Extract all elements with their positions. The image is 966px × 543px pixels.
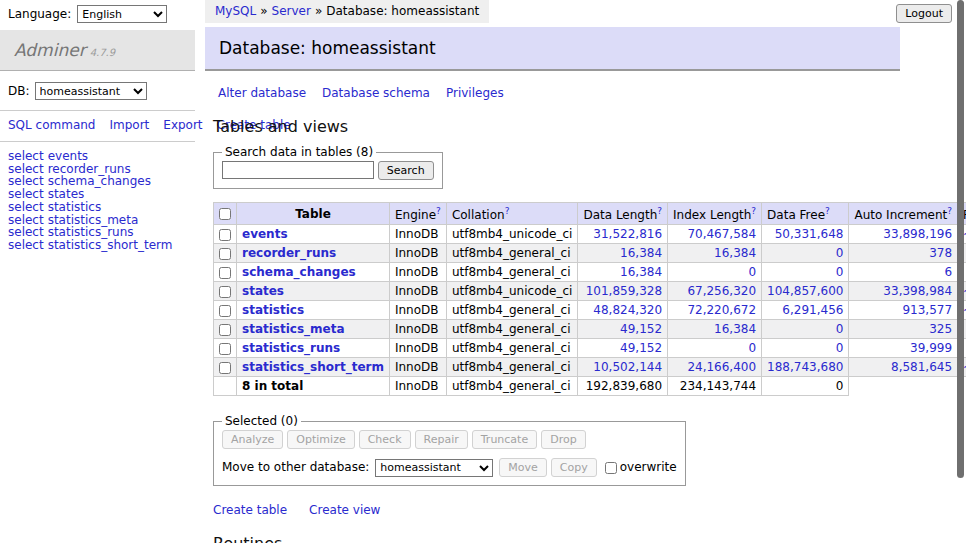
selected-action-button[interactable]: Check [359,430,411,449]
cell-index-length-link[interactable]: 70,467,584 [687,227,756,241]
cell-data-free-link[interactable]: 50,331,648 [775,227,844,241]
row-checkbox[interactable] [219,229,231,241]
cell-data-length-link[interactable]: 101,859,328 [586,284,662,298]
cell-table-name: statistics_meta [237,320,390,339]
selected-action-button[interactable]: Analyze [222,430,283,449]
cell-auto-increment-link[interactable]: 325 [929,322,952,336]
row-checkbox[interactable] [219,362,231,374]
sidebar-select-link[interactable]: select [8,238,44,252]
cell-data-length-link[interactable]: 10,502,144 [593,360,662,374]
cell-index-length-link[interactable]: 0 [748,341,756,355]
row-checkbox[interactable] [219,267,231,279]
db-select[interactable]: homeassistant [35,82,147,100]
cell-data-free-link[interactable]: 104,857,600 [767,284,843,298]
cell-data-length-link[interactable]: 16,384 [620,246,662,260]
table-name-link[interactable]: statistics_meta [242,322,345,336]
help-link[interactable]: ? [505,206,510,216]
cell-data-free-link[interactable]: 0 [836,322,844,336]
cell-data-length-link[interactable]: 49,152 [620,322,662,336]
cell-data-free: 6,291,456 [762,301,849,320]
total-data-length: 192,839,680 [578,377,668,396]
cell-index-length-link[interactable]: 67,256,320 [687,284,756,298]
cell-auto-increment-link[interactable]: 378 [929,246,952,260]
create-table-view-links: Create tableCreate view [213,503,960,517]
table-name-link[interactable]: recorder_runs [242,246,336,260]
table-name-link[interactable]: statistics_runs [242,341,340,355]
row-checkbox[interactable] [219,343,231,355]
cell-data-length-link[interactable]: 49,152 [620,341,662,355]
selected-action-button[interactable]: Optimize [287,430,354,449]
db-action-link[interactable]: Alter database [218,86,306,100]
selected-action-button[interactable]: Truncate [472,430,537,449]
table-name-link[interactable]: schema_changes [242,265,356,279]
help-link[interactable]: ? [825,206,830,216]
cell-index-length-link[interactable]: 72,220,672 [687,303,756,317]
sidebar-table-link[interactable]: statistics_short_term [48,238,173,252]
cell-auto-increment-link[interactable]: 39,999 [910,341,952,355]
cell-index-length-link[interactable]: 16,384 [714,246,756,260]
sidebar-table-link[interactable]: events [48,149,88,163]
cell-index-length-link[interactable]: 0 [748,265,756,279]
create-link[interactable]: Create table [213,503,287,517]
row-checkbox[interactable] [219,324,231,336]
db-action-link[interactable]: Database schema [322,86,430,100]
sidebar-action-link[interactable]: Import [109,118,149,132]
help-link[interactable]: ? [436,206,441,216]
cell-index-length-link[interactable]: 16,384 [714,322,756,336]
table-name-link[interactable]: statistics_short_term [242,360,384,374]
app-logo: Adminer4.7.9 [0,30,195,71]
table-name-link[interactable]: events [242,227,288,241]
help-link[interactable]: ? [657,206,662,216]
copy-button[interactable]: Copy [551,458,597,477]
move-db-select[interactable]: homeassistant [375,459,493,477]
cell-index-length-link[interactable]: 24,166,400 [687,360,756,374]
cell-data-length: 49,152 [578,320,668,339]
selected-action-button[interactable]: Drop [541,430,585,449]
cell-data-free-link[interactable]: 0 [836,265,844,279]
table-name-link[interactable]: statistics [242,303,304,317]
move-button[interactable]: Move [499,458,547,477]
overwrite-checkbox[interactable] [605,462,617,474]
table-links: selecteventsselectrecorder_runsselectsch… [0,142,195,260]
cell-data-length-link[interactable]: 16,384 [620,265,662,279]
cell-data-free-link[interactable]: 0 [836,246,844,260]
row-checkbox[interactable] [219,286,231,298]
create-link[interactable]: Create view [309,503,380,517]
cell-collation: utf8mb4_general_ci [446,244,578,263]
cell-data-free-link[interactable]: 0 [836,341,844,355]
row-checkbox[interactable] [219,248,231,260]
scrollbar-thumb[interactable] [957,0,964,478]
breadcrumb-server-link[interactable]: Server [272,4,311,18]
select-all-checkbox[interactable] [219,208,231,220]
cell-auto-increment-link[interactable]: 33,398,984 [883,284,952,298]
tables-table-head: TableEngine?Collation?Data Length?Index … [214,203,966,225]
sidebar-action-link[interactable]: SQL command [8,118,95,132]
cell-auto-increment-link[interactable]: 913,577 [902,303,952,317]
sidebar-table-link[interactable]: states [48,187,85,201]
help-link[interactable]: ? [751,206,756,216]
search-button[interactable]: Search [378,161,434,180]
routines-heading: Routines [213,534,960,543]
breadcrumb-server-type-link[interactable]: MySQL [215,4,256,18]
sidebar-table-link[interactable]: statistics [48,200,102,214]
cell-data-length-link[interactable]: 48,824,320 [593,303,662,317]
search-legend: Search data in tables (8) [222,145,376,159]
cell-data-free-link[interactable]: 188,743,680 [767,360,843,374]
cell-auto-increment-link[interactable]: 33,898,196 [883,227,952,241]
row-checkbox[interactable] [219,305,231,317]
language-select[interactable]: English [77,5,167,23]
search-input[interactable] [222,161,374,179]
sidebar-action-link[interactable]: Export [163,118,202,132]
selected-action-button[interactable]: Repair [415,430,468,449]
cell-auto-increment-link[interactable]: 6 [944,265,952,279]
app-name[interactable]: Adminer [14,40,86,60]
table-name-link[interactable]: states [242,284,284,298]
cell-data-length-link[interactable]: 31,522,816 [593,227,662,241]
cell-index-length: 70,467,584 [668,225,762,244]
db-action-link[interactable]: Privileges [446,86,504,100]
column-header-label: Table [295,207,331,221]
cell-auto-increment-link[interactable]: 8,581,645 [891,360,952,374]
help-link[interactable]: ? [947,206,952,216]
cell-data-free-link[interactable]: 6,291,456 [782,303,843,317]
column-header-label: Collation [452,208,505,222]
